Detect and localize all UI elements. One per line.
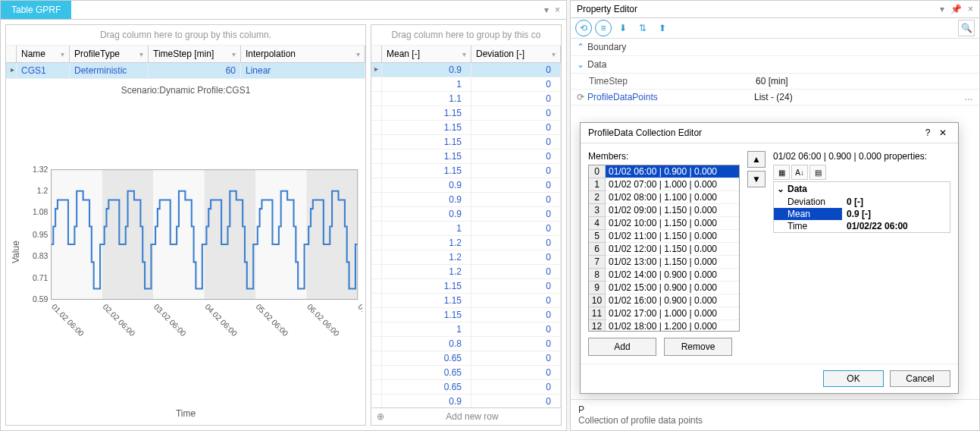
- cell-mean[interactable]: 0.65: [382, 366, 471, 380]
- prop-time[interactable]: Time01/02/22 06:00: [774, 220, 950, 232]
- cell-mean[interactable]: 1.15: [382, 106, 471, 121]
- table-row[interactable]: ▸ CGS1 Deterministic 60 Linear: [6, 63, 365, 79]
- members-list[interactable]: 001/02 06:00 | 0.900 | 0.000101/02 07:00…: [588, 165, 740, 332]
- category-data[interactable]: ⌄Data: [571, 56, 979, 74]
- table-row[interactable]: 1.20: [371, 250, 561, 265]
- cell-mean[interactable]: 0.65: [382, 380, 471, 395]
- close-icon[interactable]: ✕: [935, 127, 950, 138]
- export-icon[interactable]: ⬆: [654, 20, 671, 36]
- list-item[interactable]: 1001/02 16:00 | 0.900 | 0.000: [589, 294, 739, 307]
- table-row[interactable]: 0.650: [371, 380, 561, 395]
- filter-icon[interactable]: ▾: [139, 50, 143, 58]
- cancel-button[interactable]: Cancel: [890, 370, 950, 387]
- cell-name[interactable]: CGS1: [17, 63, 70, 79]
- table-row[interactable]: 0.80: [371, 337, 561, 351]
- prop-timestep[interactable]: TimeStep 60 [min]: [571, 74, 979, 90]
- help-icon[interactable]: ?: [920, 127, 935, 138]
- list-item[interactable]: 901/02 15:00 | 0.900 | 0.000: [589, 282, 739, 294]
- cell-mean[interactable]: 1.2: [382, 250, 471, 265]
- col-profiletype[interactable]: ProfileType▾: [70, 46, 149, 62]
- cell-deviation[interactable]: 0: [471, 337, 561, 351]
- col-deviation[interactable]: Deviation [-]▾: [471, 46, 561, 62]
- filter-icon[interactable]: ▾: [61, 50, 64, 58]
- ellipsis-icon[interactable]: …: [964, 92, 973, 102]
- table-row[interactable]: 1.150: [371, 106, 561, 121]
- add-button[interactable]: Add: [588, 338, 656, 356]
- alphabetical-icon[interactable]: ≡: [595, 20, 612, 36]
- close-icon[interactable]: ×: [968, 4, 973, 14]
- move-down-button[interactable]: ▼: [747, 171, 766, 187]
- cell-deviation[interactable]: 0: [471, 351, 561, 366]
- cell-deviation[interactable]: 0: [471, 207, 561, 222]
- cell-mean[interactable]: 1.15: [382, 121, 471, 135]
- cell-deviation[interactable]: 0: [471, 279, 561, 294]
- sort-az-icon[interactable]: A↓: [791, 165, 808, 180]
- col-mean[interactable]: Mean [-]▾: [382, 46, 471, 62]
- table-row[interactable]: 0.90: [371, 193, 561, 207]
- list-item[interactable]: 1201/02 18:00 | 1.200 | 0.000: [589, 320, 739, 332]
- col-name[interactable]: Name▾: [17, 46, 70, 62]
- cell-mean[interactable]: 0.9: [382, 63, 471, 77]
- prop-profiledatapoints[interactable]: ⟳ ProfileDataPoints List - (24) …: [571, 90, 979, 105]
- cell-mean[interactable]: 1.15: [382, 149, 471, 164]
- table-row[interactable]: 1.20: [371, 265, 561, 279]
- props-category-data[interactable]: ⌄Data: [774, 182, 950, 196]
- cell-deviation[interactable]: 0: [471, 366, 561, 380]
- chart-svg[interactable]: 0.590.710.830.951.081.21.3201.02 06:0002…: [23, 99, 362, 405]
- cell-deviation[interactable]: 0: [471, 193, 561, 207]
- table-row[interactable]: 10: [371, 222, 561, 236]
- cell-deviation[interactable]: 0: [471, 380, 561, 395]
- tab-table-gprf[interactable]: Table GPRF: [1, 1, 71, 19]
- list-item[interactable]: 001/02 06:00 | 0.900 | 0.000: [589, 165, 739, 178]
- list-item[interactable]: 801/02 14:00 | 0.900 | 0.000: [589, 269, 739, 282]
- cell-mean[interactable]: 0.9: [382, 395, 471, 407]
- cell-deviation[interactable]: 0: [471, 149, 561, 164]
- dropdown-icon[interactable]: ▾: [940, 4, 944, 14]
- cell-deviation[interactable]: 0: [471, 164, 561, 178]
- table-row[interactable]: 0.90: [371, 207, 561, 222]
- cell-deviation[interactable]: 0: [471, 236, 561, 250]
- pin-icon[interactable]: 📌: [950, 4, 962, 14]
- cell-deviation[interactable]: 0: [471, 222, 561, 236]
- cell-mean[interactable]: 0.8: [382, 337, 471, 351]
- categorized-icon[interactable]: ▦: [773, 165, 790, 180]
- table-row[interactable]: 1.150: [371, 294, 561, 308]
- list-item[interactable]: 101/02 07:00 | 1.000 | 0.000: [589, 178, 739, 191]
- col-timestep[interactable]: TimeStep [min]▾: [149, 46, 241, 62]
- cell-mean[interactable]: 0.9: [382, 207, 471, 222]
- group-hint[interactable]: Drag column here to group by this column…: [6, 25, 365, 46]
- filter-icon[interactable]: ▾: [552, 50, 556, 58]
- table-row[interactable]: 1.150: [371, 279, 561, 294]
- prop-deviation[interactable]: Deviation0 [-]: [774, 196, 950, 208]
- cell-deviation[interactable]: 0: [471, 92, 561, 106]
- table-row[interactable]: 10: [371, 322, 561, 337]
- group-hint[interactable]: Drag column here to group by this co: [371, 25, 561, 46]
- cell-mean[interactable]: 0.9: [382, 193, 471, 207]
- sort-icon[interactable]: ⇅: [634, 20, 651, 36]
- cell-mean[interactable]: 1.15: [382, 164, 471, 178]
- import-icon[interactable]: ⬇: [615, 20, 631, 36]
- list-item[interactable]: 401/02 10:00 | 1.150 | 0.000: [589, 217, 739, 230]
- table-row[interactable]: 1.150: [371, 149, 561, 164]
- cell-deviation[interactable]: 0: [471, 121, 561, 135]
- cell-deviation[interactable]: 0: [471, 294, 561, 308]
- cell-deviation[interactable]: 0: [471, 308, 561, 322]
- table-row[interactable]: 0.90: [371, 395, 561, 407]
- cell-mean[interactable]: 1.15: [382, 135, 471, 149]
- table-row[interactable]: 1.150: [371, 164, 561, 178]
- add-row[interactable]: ⊕ Add new row: [371, 407, 561, 425]
- filter-icon[interactable]: ▾: [232, 50, 236, 58]
- prop-value[interactable]: List - (24): [754, 92, 964, 102]
- cell-deviation[interactable]: 0: [471, 395, 561, 407]
- prop-mean[interactable]: Mean0.9 [-]: [774, 208, 950, 220]
- cell-deviation[interactable]: 0: [471, 178, 561, 193]
- move-up-button[interactable]: ▲: [747, 151, 766, 168]
- cell-deviation[interactable]: 0: [471, 322, 561, 337]
- cell-deviation[interactable]: 0: [471, 77, 561, 92]
- table-row[interactable]: 10: [371, 77, 561, 92]
- cell-mean[interactable]: 1: [382, 322, 471, 337]
- cell-deviation[interactable]: 0: [471, 135, 561, 149]
- search-icon[interactable]: 🔍: [958, 20, 975, 36]
- table-row[interactable]: 1.150: [371, 308, 561, 322]
- table-row[interactable]: 1.20: [371, 236, 561, 250]
